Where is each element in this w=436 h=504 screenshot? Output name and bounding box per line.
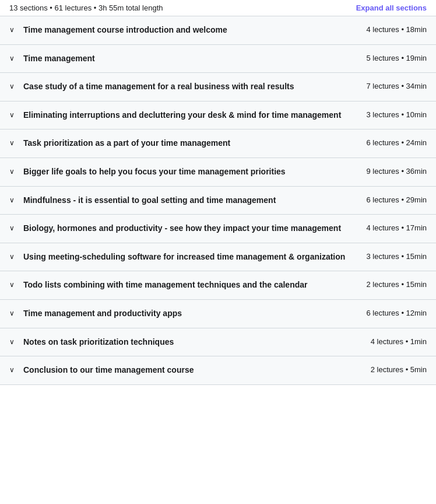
chevron-down-icon: ∨ (9, 82, 17, 90)
section-meta: 6 lectures • 12min (366, 308, 427, 317)
section-row[interactable]: ∨Biology, hormones and productivity - se… (0, 215, 436, 243)
expand-all-link[interactable]: Expand all sections (356, 4, 427, 12)
chevron-down-icon: ∨ (9, 309, 17, 317)
chevron-down-icon: ∨ (9, 366, 17, 374)
section-title: Notes on task prioritization techniques (23, 337, 361, 348)
chevron-down-icon: ∨ (9, 26, 17, 34)
section-row[interactable]: ∨Mindfulness - it is essential to goal s… (0, 187, 436, 215)
section-meta: 7 lectures • 34min (366, 81, 427, 90)
section-meta: 6 lectures • 24min (366, 138, 427, 147)
section-title: Bigger life goals to help you focus your… (23, 166, 357, 178)
section-row[interactable]: ∨Conclusion to our time management cours… (0, 356, 436, 385)
chevron-down-icon: ∨ (9, 338, 17, 346)
chevron-down-icon: ∨ (9, 167, 17, 176)
section-row[interactable]: ∨Bigger life goals to help you focus you… (0, 158, 436, 187)
chevron-down-icon: ∨ (9, 196, 17, 204)
section-row[interactable]: ∨Time management5 lectures • 19min (0, 45, 436, 74)
section-title: Todo lists combining with time managemen… (23, 279, 357, 291)
section-title: Time management and productivity apps (23, 308, 357, 320)
section-row[interactable]: ∨Eliminating interruptions and declutter… (0, 102, 436, 130)
section-meta: 9 lectures • 36min (366, 166, 427, 176)
header-bar: 13 sections • 61 lectures • 3h 55m total… (0, 0, 436, 16)
section-meta: 4 lectures • 1min (371, 337, 427, 346)
section-title: Case study of a time management for a re… (23, 81, 357, 93)
summary-text: 13 sections • 61 lectures • 3h 55m total… (9, 4, 163, 12)
section-meta: 3 lectures • 15min (366, 251, 427, 261)
section-title: Biology, hormones and productivity - see… (23, 223, 357, 235)
section-meta: 5 lectures • 19min (366, 53, 427, 62)
chevron-down-icon: ∨ (9, 224, 17, 232)
section-title: Time management course introduction and … (23, 24, 357, 36)
section-title: Eliminating interruptions and declutteri… (23, 110, 357, 121)
section-title: Using meeting-scheduling software for in… (23, 251, 357, 263)
section-meta: 4 lectures • 18min (366, 24, 427, 34)
section-title: Time management (23, 53, 357, 65)
section-meta: 6 lectures • 29min (366, 195, 427, 204)
section-row[interactable]: ∨Case study of a time management for a r… (0, 73, 436, 102)
chevron-down-icon: ∨ (9, 54, 17, 62)
section-meta: 3 lectures • 10min (366, 110, 427, 119)
section-row[interactable]: ∨Time management course introduction and… (0, 16, 436, 45)
section-title: Mindfulness - it is essential to goal se… (23, 195, 357, 206)
section-row[interactable]: ∨Todo lists combining with time manageme… (0, 271, 436, 300)
section-title: Conclusion to our time management course (23, 365, 361, 376)
chevron-down-icon: ∨ (9, 281, 17, 289)
chevron-down-icon: ∨ (9, 253, 17, 261)
section-title: Task prioritization as a part of your ti… (23, 138, 357, 149)
section-row[interactable]: ∨Using meeting-scheduling software for i… (0, 243, 436, 272)
section-meta: 2 lectures • 15min (366, 279, 427, 289)
chevron-down-icon: ∨ (9, 111, 17, 119)
chevron-down-icon: ∨ (9, 139, 17, 147)
section-list: ∨Time management course introduction and… (0, 16, 436, 385)
section-meta: 4 lectures • 17min (366, 223, 427, 232)
section-meta: 2 lectures • 5min (371, 365, 427, 374)
section-row[interactable]: ∨Time management and productivity apps6 … (0, 300, 436, 328)
section-row[interactable]: ∨Notes on task prioritization techniques… (0, 328, 436, 357)
section-row[interactable]: ∨Task prioritization as a part of your t… (0, 130, 436, 158)
